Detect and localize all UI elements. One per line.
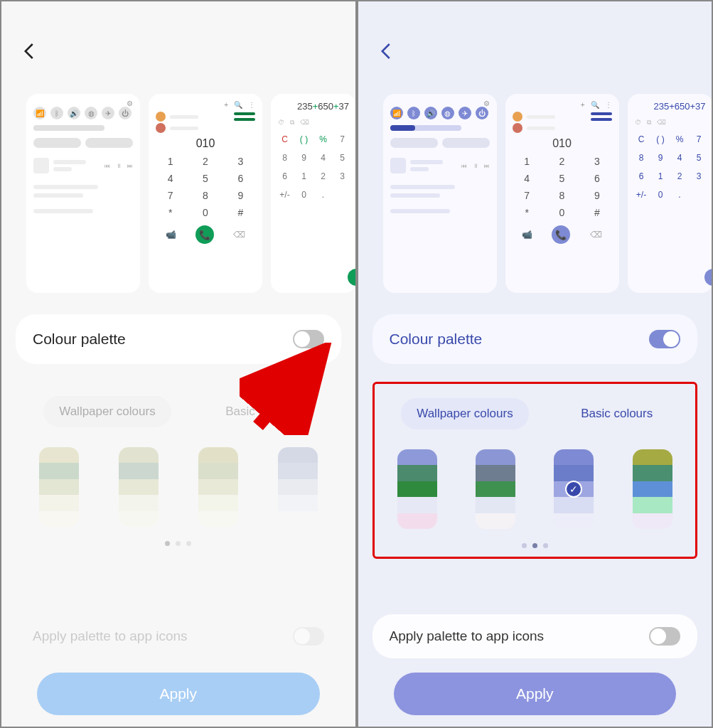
page-dots	[24, 541, 333, 546]
swatch-section: Wallpaper coloursBasic colours	[16, 382, 341, 555]
preview-dialer[interactable]: +🔍⋮ 010 123456789*0# 📹 📞 ⌫	[505, 94, 619, 293]
swatch-section: Wallpaper coloursBasic colours ✓	[372, 382, 698, 559]
backspace-icon: ⌫	[233, 230, 245, 240]
page-dot[interactable]	[522, 543, 527, 548]
bt-icon: ᛒ	[50, 107, 63, 119]
dial-key: 5	[547, 171, 577, 186]
tabs: Wallpaper coloursBasic colours	[383, 398, 687, 429]
apply-button[interactable]: Apply	[37, 673, 320, 715]
apply-to-icons-label: Apply palette to app icons	[390, 628, 545, 644]
calc-key: 5	[692, 151, 706, 165]
preview-calculator[interactable]: 235+650+37 ⏱⧉⌫ C( )%789456123+/-0.	[271, 94, 356, 293]
calc-key: 8	[278, 151, 291, 165]
palette-swatch[interactable]	[39, 447, 79, 527]
calc-key: 0	[654, 188, 668, 202]
colour-palette-toggle[interactable]	[649, 330, 680, 348]
palette-swatch[interactable]	[633, 449, 672, 529]
colour-palette-row: Colour palette	[16, 314, 341, 364]
preview-quicksettings[interactable]: ⚙ 📶ᛒ🔊◍✈⏻ ⏮⏸⏭	[26, 94, 140, 293]
palette-swatch[interactable]	[119, 447, 159, 527]
calc-expression: 235+650+37	[278, 101, 349, 112]
calc-key: .	[673, 188, 687, 202]
back-chevron-icon	[19, 41, 41, 62]
airplane-icon: ✈	[102, 107, 114, 119]
preview-calculator[interactable]: 235+650+37 ⏱⧉⌫ C( )%789456123+/-0.	[628, 94, 713, 293]
dialer-number: 010	[156, 137, 255, 150]
page-dot[interactable]	[176, 541, 181, 546]
tab-wallpaper-colours[interactable]: Wallpaper colours	[43, 396, 171, 427]
bt-icon: ᛒ	[407, 107, 420, 119]
page-dot[interactable]	[165, 541, 170, 546]
equals-icon	[704, 269, 713, 286]
apply-to-icons-toggle[interactable]	[293, 627, 324, 646]
calc-key: %	[316, 132, 330, 146]
preview-dialer[interactable]: +🔍⋮ 010 123456789*0# 📹 📞 ⌫	[149, 94, 262, 293]
dial-key: 1	[513, 154, 542, 168]
palette-swatch[interactable]	[476, 449, 515, 529]
qs-icon-row: 📶ᛒ🔊◍✈⏻	[33, 107, 133, 119]
calc-key: 5	[336, 151, 349, 165]
dial-key: 7	[156, 188, 185, 203]
wifi-icon: 📶	[33, 107, 46, 119]
apply-to-icons-row: Apply palette to app icons	[372, 614, 698, 658]
dial-key: 4	[513, 171, 542, 186]
back-chevron-icon	[376, 41, 397, 62]
qs-icon-row: 📶ᛒ🔊◍✈⏻	[390, 107, 490, 119]
theme-previews: ⚙ 📶ᛒ🔊◍✈⏻ ⏮⏸⏭ +🔍⋮ 010 123456789*0#	[26, 94, 357, 293]
calc-key: 4	[316, 151, 330, 165]
preview-quicksettings[interactable]: ⚙ 📶ᛒ🔊◍✈⏻ ⏮⏸⏭	[383, 94, 497, 293]
calc-key: 7	[692, 132, 706, 146]
tabs: Wallpaper coloursBasic colours	[24, 396, 333, 427]
dial-key: 6	[582, 171, 611, 186]
brightness-slider	[390, 125, 461, 131]
dial-key: 3	[226, 154, 255, 168]
dial-key: #	[582, 205, 611, 220]
airplane-icon: ✈	[459, 107, 471, 119]
dialer-number: 010	[513, 137, 612, 150]
palette-swatch[interactable]	[397, 449, 437, 529]
dial-key: 7	[513, 188, 542, 203]
dial-key: 1	[156, 154, 185, 168]
palette-swatch[interactable]	[278, 447, 318, 527]
backspace-icon: ⌫	[590, 230, 602, 240]
palette-swatch[interactable]: ✓	[554, 449, 594, 529]
apply-to-icons-toggle[interactable]	[649, 627, 680, 646]
back-button[interactable]	[376, 41, 397, 62]
apply-to-icons-row: Apply palette to app icons	[16, 614, 341, 658]
calc-key: 6	[635, 169, 648, 183]
theme-previews: ⚙ 📶ᛒ🔊◍✈⏻ ⏮⏸⏭ +🔍⋮ 010 123456789*0#	[383, 94, 714, 293]
tab-basic-colours[interactable]: Basic colours	[210, 396, 313, 427]
tab-basic-colours[interactable]: Basic colours	[565, 398, 668, 429]
dial-key: 0	[547, 205, 577, 220]
page-dot[interactable]	[543, 543, 548, 548]
dial-key: 6	[226, 171, 255, 186]
colour-palette-row: Colour palette	[372, 314, 698, 364]
calc-key: +/-	[278, 188, 291, 202]
calc-key: 9	[297, 151, 311, 165]
apply-button[interactable]: Apply	[394, 673, 677, 715]
calc-key: 3	[692, 169, 706, 183]
globe-icon: ◍	[441, 107, 454, 119]
call-icon: 📞	[195, 225, 214, 244]
page-dot[interactable]	[186, 541, 191, 546]
panel-left: ⚙ 📶ᛒ🔊◍✈⏻ ⏮⏸⏭ +🔍⋮ 010 123456789*0#	[0, 0, 357, 728]
palette-swatch[interactable]	[198, 447, 238, 527]
sound-icon: 🔊	[68, 107, 80, 119]
dial-key: *	[156, 205, 185, 220]
calc-key: +/-	[635, 188, 648, 202]
colour-palette-toggle[interactable]	[293, 330, 324, 348]
wifi-icon: 📶	[390, 107, 403, 119]
dial-key: 0	[191, 205, 220, 220]
dial-key: 2	[191, 154, 220, 168]
call-icon: 📞	[552, 225, 570, 244]
calc-key: 0	[297, 188, 311, 202]
calc-key: ( )	[654, 132, 668, 146]
calc-key: 1	[297, 169, 311, 183]
back-button[interactable]	[19, 41, 41, 62]
screenshot-comparison: ⚙ 📶ᛒ🔊◍✈⏻ ⏮⏸⏭ +🔍⋮ 010 123456789*0#	[0, 0, 713, 728]
power-icon: ⏻	[119, 107, 132, 119]
page-dot[interactable]	[532, 543, 537, 548]
tab-wallpaper-colours[interactable]: Wallpaper colours	[401, 398, 528, 429]
dial-key: 3	[582, 154, 611, 168]
calc-key: 3	[336, 169, 349, 183]
